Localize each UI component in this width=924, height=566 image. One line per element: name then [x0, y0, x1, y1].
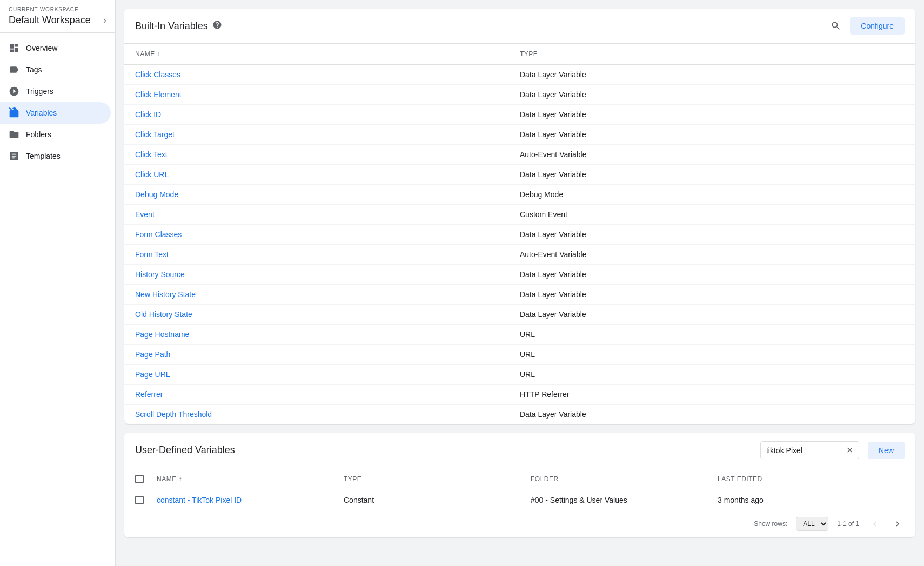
sidebar-item-templates-label: Templates	[26, 152, 61, 160]
sidebar-item-tags[interactable]: Tags	[0, 59, 111, 80]
builtin-variable-type: Data Layer Variable	[520, 230, 905, 239]
builtin-variable-name[interactable]: Page Path	[135, 350, 520, 359]
folders-icon	[9, 129, 19, 140]
udf-variable-name[interactable]: constant - TikTok Pixel ID	[157, 496, 344, 504]
main-content: Built-In Variables Configure Name ↑ Type	[116, 0, 924, 566]
select-all-checkbox[interactable]	[135, 475, 144, 483]
udf-folder-col-header: Folder	[531, 475, 718, 483]
builtin-table-row: Click Text Auto-Event Variable	[124, 145, 915, 165]
builtin-search-button[interactable]	[828, 18, 843, 33]
builtin-table-row: Debug Mode Debug Mode	[124, 185, 915, 205]
builtin-table-row: Click Classes Data Layer Variable	[124, 65, 915, 85]
builtin-table-header: Name ↑ Type	[124, 44, 915, 65]
builtin-variable-name[interactable]: Click Element	[135, 90, 520, 99]
builtin-variable-name[interactable]: Page Hostname	[135, 330, 520, 339]
name-col-header: Name ↑	[135, 50, 520, 58]
builtin-table-row: Event Custom Event	[124, 205, 915, 225]
configure-button[interactable]: Configure	[850, 17, 905, 35]
builtin-variable-name[interactable]: Click Text	[135, 150, 520, 159]
udf-table-row: constant - TikTok Pixel ID Constant #00 …	[124, 490, 915, 510]
row-checkbox-wrapper[interactable]	[135, 496, 157, 504]
page-info: 1-1 of 1	[837, 520, 859, 528]
builtin-variable-name[interactable]: History Source	[135, 270, 520, 279]
builtin-table-row: Click Target Data Layer Variable	[124, 125, 915, 145]
udf-header: User-Defined Variables ✕ New	[124, 433, 915, 468]
builtin-variable-type: Data Layer Variable	[520, 290, 905, 299]
builtin-variable-name[interactable]: Form Classes	[135, 230, 520, 239]
udf-search-input[interactable]	[766, 446, 842, 455]
builtin-variable-type: Data Layer Variable	[520, 130, 905, 139]
builtin-variable-name[interactable]: Scroll Depth Threshold	[135, 410, 520, 419]
udf-search-wrapper[interactable]: ✕	[760, 441, 859, 459]
sidebar-item-overview-label: Overview	[26, 44, 57, 52]
builtin-table-row: Page Hostname URL	[124, 325, 915, 345]
builtin-variable-type: Debug Mode	[520, 190, 905, 199]
sidebar-item-triggers[interactable]: Triggers	[0, 80, 111, 102]
builtin-variables-card: Built-In Variables Configure Name ↑ Type	[124, 9, 915, 424]
type-col-header: Type	[520, 50, 905, 58]
sidebar-item-folders[interactable]: Folders	[0, 124, 111, 145]
builtin-variable-name[interactable]: Event	[135, 210, 520, 219]
builtin-variable-type: Data Layer Variable	[520, 70, 905, 79]
builtin-table-row: Click ID Data Layer Variable	[124, 105, 915, 125]
builtin-variable-name[interactable]: Old History State	[135, 310, 520, 319]
pagination-row: Show rows: ALL 10 25 50 1-1 of 1	[124, 510, 915, 537]
builtin-variable-name[interactable]: Click URL	[135, 170, 520, 179]
sidebar-item-triggers-label: Triggers	[26, 87, 53, 96]
builtin-variable-name[interactable]: Page URL	[135, 370, 520, 379]
sidebar-item-folders-label: Folders	[26, 130, 51, 139]
udf-table-header: Name ↑ Type Folder Last Edited	[124, 468, 915, 490]
chevron-right-icon: ›	[103, 15, 106, 26]
user-defined-variables-card: User-Defined Variables ✕ New Name ↑ Type…	[124, 433, 915, 537]
builtin-variable-name[interactable]: Click Classes	[135, 70, 520, 79]
overview-icon	[9, 43, 19, 53]
builtin-variable-type: HTTP Referrer	[520, 390, 905, 399]
prev-page-button[interactable]	[868, 517, 882, 531]
builtin-variable-type: Data Layer Variable	[520, 170, 905, 179]
builtin-variable-name[interactable]: New History State	[135, 290, 520, 299]
builtin-table-row: Scroll Depth Threshold Data Layer Variab…	[124, 405, 915, 424]
rows-per-page-select[interactable]: ALL 10 25 50	[796, 517, 828, 531]
udf-name-col-header: Name ↑	[157, 475, 344, 483]
new-variable-button[interactable]: New	[868, 442, 905, 459]
builtin-variable-name[interactable]: Debug Mode	[135, 190, 520, 199]
builtin-variable-name[interactable]: Click Target	[135, 130, 520, 139]
udf-rows-container: constant - TikTok Pixel ID Constant #00 …	[124, 490, 915, 510]
workspace-name: Default Workspace	[9, 15, 91, 26]
builtin-variables-title: Built-In Variables	[135, 21, 208, 32]
workspace-label: CURRENT WORKSPACE	[9, 6, 106, 12]
clear-search-icon[interactable]: ✕	[846, 445, 853, 455]
builtin-variable-name[interactable]: Form Text	[135, 250, 520, 259]
select-all-checkbox-wrapper[interactable]	[135, 475, 157, 483]
workspace-header: CURRENT WORKSPACE Default Workspace ›	[0, 0, 115, 33]
builtin-rows-container: Click Classes Data Layer Variable Click …	[124, 65, 915, 424]
sidebar-item-templates[interactable]: Templates	[0, 145, 111, 167]
builtin-variable-type: Auto-Event Variable	[520, 250, 905, 259]
sidebar-item-variables-label: Variables	[26, 109, 57, 117]
udf-variable-type: Constant	[344, 496, 531, 504]
help-icon[interactable]	[212, 20, 222, 32]
sidebar-nav: Overview Tags Triggers Variables	[0, 33, 115, 566]
builtin-variable-name[interactable]: Referrer	[135, 390, 520, 399]
builtin-variable-type: Data Layer Variable	[520, 110, 905, 119]
builtin-title-row: Built-In Variables	[135, 20, 222, 32]
udf-variable-last-edited: 3 months ago	[718, 496, 905, 504]
sidebar-item-overview[interactable]: Overview	[0, 37, 111, 59]
builtin-variable-name[interactable]: Click ID	[135, 110, 520, 119]
builtin-table-row: History Source Data Layer Variable	[124, 265, 915, 285]
udf-last-edited-col-header: Last Edited	[718, 475, 905, 483]
builtin-variables-header: Built-In Variables Configure	[124, 9, 915, 44]
builtin-table-row: Form Text Auto-Event Variable	[124, 245, 915, 265]
builtin-variable-type: Auto-Event Variable	[520, 150, 905, 159]
workspace-switcher[interactable]: Default Workspace ›	[9, 15, 106, 26]
udf-variable-folder: #00 - Settings & User Values	[531, 496, 718, 504]
builtin-table-row: Click URL Data Layer Variable	[124, 165, 915, 185]
next-page-button[interactable]	[890, 517, 905, 531]
triggers-icon	[9, 86, 19, 97]
builtin-actions: Configure	[828, 17, 905, 35]
sidebar-item-variables[interactable]: Variables	[0, 102, 111, 124]
sort-asc-icon: ↑	[157, 50, 161, 58]
builtin-table-row: Page Path URL	[124, 345, 915, 365]
row-checkbox[interactable]	[135, 496, 144, 504]
builtin-variable-type: Data Layer Variable	[520, 410, 905, 419]
